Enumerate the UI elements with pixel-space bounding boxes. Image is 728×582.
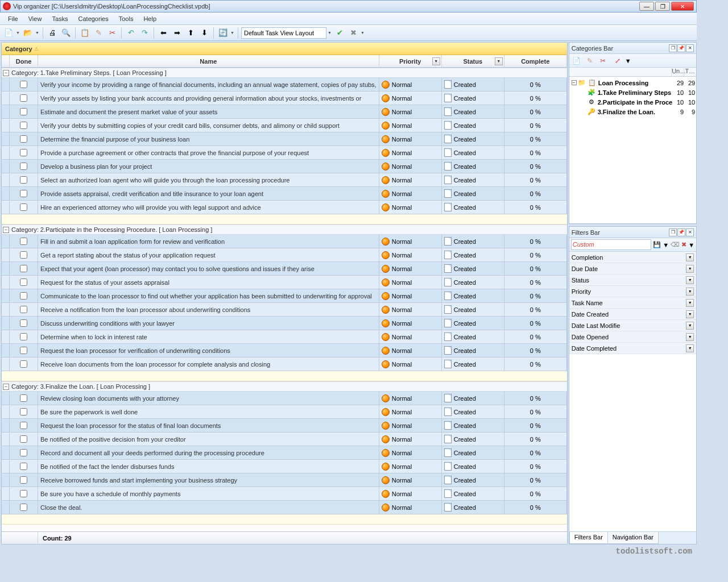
- group-row[interactable]: −Category: 1.Take Preliminary Steps. [ L…: [2, 68, 567, 78]
- layout-combo[interactable]: [241, 27, 326, 39]
- task-row[interactable]: Receive loan documents from the loan pro…: [2, 357, 567, 371]
- filter-row[interactable]: Due Date▼: [569, 263, 696, 275]
- delete-task-button[interactable]: ✂: [106, 27, 118, 39]
- grid-body[interactable]: −Category: 1.Take Preliminary Steps. [ L…: [2, 68, 567, 531]
- dropdown-icon[interactable]: ▼: [686, 322, 694, 330]
- task-row[interactable]: Provide assets appraisal, credit verific…: [2, 187, 567, 201]
- filter-row[interactable]: Status▼: [569, 275, 696, 286]
- clear-layout-button[interactable]: ✖: [347, 27, 359, 39]
- done-checkbox[interactable]: [20, 292, 27, 300]
- done-checkbox[interactable]: [20, 203, 27, 211]
- move-up-button[interactable]: ⬆: [184, 27, 197, 39]
- task-row[interactable]: Provide a purchase agreement or other co…: [2, 146, 567, 160]
- done-checkbox[interactable]: [20, 149, 27, 156]
- collapse-icon[interactable]: −: [572, 80, 577, 85]
- done-checkbox[interactable]: [20, 306, 27, 313]
- dropdown-icon[interactable]: ▼: [686, 333, 694, 341]
- task-row[interactable]: Be notified of the positive decision fro…: [2, 433, 567, 446]
- done-checkbox[interactable]: [20, 135, 27, 143]
- dropdown-icon[interactable]: ▼: [686, 276, 694, 284]
- tab-navigation-bar[interactable]: Navigation Bar: [607, 532, 659, 544]
- restore-icon[interactable]: ❐: [669, 44, 677, 52]
- done-checkbox[interactable]: [20, 394, 27, 402]
- dropdown-icon[interactable]: ▼: [230, 31, 235, 35]
- task-row[interactable]: Be sure you have a schedule of monthly p…: [2, 487, 567, 501]
- status-column-header[interactable]: Status▼: [442, 55, 504, 67]
- menu-file[interactable]: File: [3, 14, 23, 23]
- priority-column-header[interactable]: Priority▼: [379, 55, 442, 67]
- task-row[interactable]: Verify your income by providing a range …: [2, 78, 567, 92]
- task-row[interactable]: Be notified of the fact the lender disbu…: [2, 460, 567, 473]
- dropdown-icon[interactable]: ▼: [686, 299, 694, 307]
- complete-column-header[interactable]: Complete: [504, 55, 567, 67]
- done-checkbox[interactable]: [20, 476, 27, 484]
- done-checkbox[interactable]: [20, 504, 27, 511]
- edit-task-button[interactable]: ✎: [92, 27, 105, 39]
- task-row[interactable]: Estimate and document the present market…: [2, 105, 567, 119]
- task-row[interactable]: Select an authorized loan agent who will…: [2, 173, 567, 187]
- category-group-bar[interactable]: Category △: [2, 43, 567, 55]
- dropdown-icon[interactable]: ▼: [688, 242, 694, 248]
- edit-category-button[interactable]: ✎: [584, 55, 595, 66]
- dropdown-icon[interactable]: ▼: [686, 288, 694, 296]
- done-checkbox[interactable]: [20, 163, 27, 170]
- close-icon[interactable]: ✕: [686, 228, 694, 236]
- task-row[interactable]: Hire an experienced attorney who will pr…: [2, 201, 567, 214]
- done-checkbox[interactable]: [20, 122, 27, 129]
- done-checkbox[interactable]: [20, 94, 27, 102]
- filter-icon[interactable]: ▼: [495, 57, 503, 65]
- group-row[interactable]: −Category: 2.Participate in the Processi…: [2, 225, 567, 235]
- dropdown-icon[interactable]: ▼: [686, 344, 694, 352]
- task-row[interactable]: Verify your debts by submitting copies o…: [2, 119, 567, 132]
- task-row[interactable]: Request the loan processor for the statu…: [2, 419, 567, 433]
- close-button[interactable]: ✕: [671, 2, 694, 11]
- apply-layout-button[interactable]: ✔: [333, 27, 346, 39]
- menu-categories[interactable]: Categories: [74, 14, 113, 23]
- menu-tools[interactable]: Tools: [114, 14, 138, 23]
- filter-row[interactable]: Completion▼: [569, 252, 696, 263]
- dropdown-icon[interactable]: ▼: [663, 242, 669, 248]
- collapse-icon[interactable]: −: [3, 70, 9, 76]
- done-checkbox[interactable]: [20, 190, 27, 197]
- dropdown-icon[interactable]: ▼: [625, 57, 631, 64]
- task-row[interactable]: Develop a business plan for your project…: [2, 160, 567, 173]
- indent-left-button[interactable]: ⬅: [157, 27, 169, 39]
- new-task-button[interactable]: 📋: [78, 27, 91, 39]
- task-row[interactable]: Receive borrowed funds and start impleme…: [2, 473, 567, 487]
- restore-icon[interactable]: ❐: [669, 228, 677, 236]
- task-row[interactable]: Close the deal.NormalCreated0 %: [2, 501, 567, 514]
- task-row[interactable]: Verify your assets by listing your bank …: [2, 92, 567, 105]
- dropdown-icon[interactable]: ▼: [35, 31, 40, 35]
- tree-item[interactable]: 🔑3.Finalize the Loan.99: [570, 107, 695, 117]
- done-checkbox[interactable]: [20, 238, 27, 245]
- redo-button[interactable]: ↷: [138, 27, 151, 39]
- task-row[interactable]: Communicate to the loan processor to fin…: [2, 289, 567, 303]
- done-checkbox[interactable]: [20, 108, 27, 115]
- task-row[interactable]: Review closing loan documents with your …: [2, 392, 567, 405]
- dropdown-icon[interactable]: ▼: [686, 310, 694, 318]
- done-checkbox[interactable]: [20, 347, 27, 354]
- close-icon[interactable]: ✕: [686, 44, 694, 52]
- done-checkbox[interactable]: [20, 490, 27, 497]
- pin-icon[interactable]: 📌: [677, 44, 685, 52]
- filter-row[interactable]: Priority▼: [569, 286, 696, 297]
- filter-preset-combo[interactable]: Custom: [571, 239, 652, 250]
- tab-filters-bar[interactable]: Filters Bar: [569, 532, 608, 544]
- open-button[interactable]: 📂: [22, 27, 34, 39]
- done-checkbox[interactable]: [20, 435, 27, 443]
- collapse-icon[interactable]: −: [3, 227, 9, 233]
- done-checkbox[interactable]: [20, 319, 27, 327]
- new-category-button[interactable]: 📄: [571, 55, 582, 66]
- print-button[interactable]: 🖨: [46, 27, 59, 39]
- undo-button[interactable]: ↶: [125, 27, 137, 39]
- task-row[interactable]: Discuss underwriting conditions with you…: [2, 317, 567, 330]
- filter-row[interactable]: Date Last Modifie▼: [569, 320, 696, 331]
- delete-category-button[interactable]: ✂: [597, 55, 609, 66]
- filter-row[interactable]: Date Created▼: [569, 309, 696, 320]
- task-row[interactable]: Receive a notification from the loan pro…: [2, 303, 567, 317]
- delete-filter-button[interactable]: ✖: [681, 241, 686, 248]
- collapse-icon[interactable]: −: [3, 384, 9, 390]
- done-checkbox[interactable]: [20, 265, 27, 272]
- done-checkbox[interactable]: [20, 251, 27, 259]
- task-row[interactable]: Determine when to lock in interest rateN…: [2, 330, 567, 344]
